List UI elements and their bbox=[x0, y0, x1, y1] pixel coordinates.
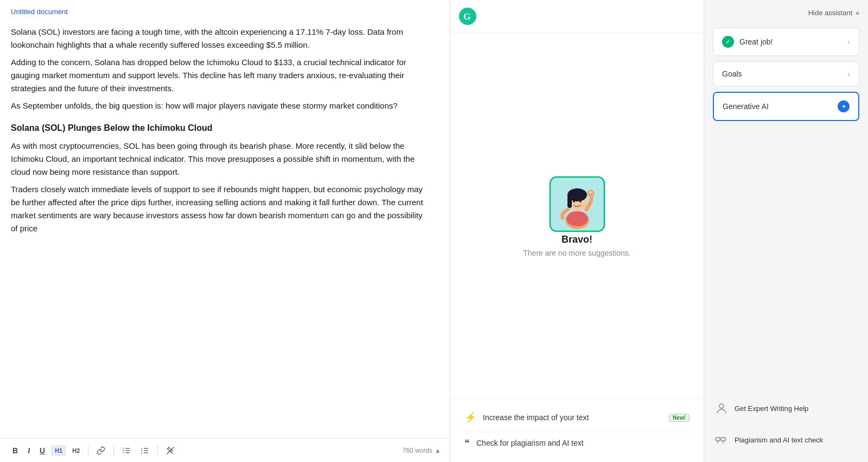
paragraph-4: As with most cryptocurrencies, SOL has b… bbox=[11, 140, 428, 179]
svg-text:G: G bbox=[463, 11, 471, 22]
toolbar-separator-1 bbox=[88, 445, 88, 456]
generative-ai-icon: ✦ bbox=[838, 100, 850, 112]
new-badge: New! bbox=[669, 414, 690, 422]
expert-writing-item[interactable]: Get Expert Writing Help bbox=[713, 396, 859, 422]
goals-chevron-icon: › bbox=[847, 69, 850, 78]
svg-point-24 bbox=[566, 211, 588, 226]
section-heading: Solana (SOL) Plunges Below the Ichimoku … bbox=[11, 121, 428, 135]
svg-point-22 bbox=[579, 200, 582, 202]
h1-button[interactable]: H1 bbox=[51, 445, 66, 456]
italic-button[interactable]: I bbox=[24, 444, 34, 457]
svg-rect-20 bbox=[567, 195, 572, 208]
quotemark-icon bbox=[715, 434, 728, 447]
toolbar-separator-3 bbox=[157, 445, 158, 456]
editor-toolbar: B I U H1 H2 1. 2. 3. bbox=[0, 438, 450, 462]
h2-button[interactable]: H2 bbox=[68, 445, 84, 456]
bold-button[interactable]: B bbox=[9, 444, 22, 457]
increase-impact-item[interactable]: ⚡ Increase the impact of your text New! bbox=[459, 405, 695, 431]
link-icon bbox=[97, 446, 105, 455]
clear-format-button[interactable] bbox=[162, 444, 178, 457]
hide-assistant-button[interactable]: Hide assistant » bbox=[713, 9, 859, 17]
svg-point-9 bbox=[142, 448, 143, 449]
hide-assistant-label: Hide assistant bbox=[808, 9, 853, 17]
svg-text:3.: 3. bbox=[123, 451, 125, 454]
svg-point-25 bbox=[719, 404, 724, 408]
quote-icon: ❝ bbox=[464, 437, 470, 449]
lightning-icon: ⚡ bbox=[464, 412, 476, 423]
grammarly-logo-icon: G bbox=[459, 8, 476, 25]
goals-label: Goals bbox=[722, 69, 742, 78]
assistant-item-generative-ai[interactable]: Generative AI ✦ bbox=[713, 92, 859, 121]
paragraph-3: As September unfolds, the big question i… bbox=[11, 99, 428, 112]
editor-panel: Untitled document Solana (SOL) investors… bbox=[0, 0, 450, 462]
word-count: 760 words ▲ bbox=[403, 447, 441, 454]
hide-assistant-chevron-icon: » bbox=[856, 9, 859, 17]
underline-button[interactable]: U bbox=[36, 444, 49, 457]
plagiarism-check-item[interactable]: Plagiarism and AI text check bbox=[713, 427, 859, 453]
assistant-bottom-section: Get Expert Writing Help Plagiarism and A… bbox=[713, 396, 859, 453]
generative-ai-label: Generative AI bbox=[723, 102, 769, 111]
svg-point-11 bbox=[142, 452, 143, 453]
link-button[interactable] bbox=[93, 444, 109, 457]
grammarly-header: G bbox=[450, 0, 704, 33]
bravo-title: Bravo! bbox=[561, 234, 592, 245]
unordered-list-button[interactable] bbox=[137, 444, 153, 457]
clear-format-icon bbox=[166, 446, 175, 455]
assistant-panel: Hide assistant » ✓ Great job! › Goals › … bbox=[704, 0, 868, 462]
increase-impact-text: Increase the impact of your text bbox=[483, 413, 662, 422]
great-job-label: Great job! bbox=[739, 37, 773, 46]
chevron-right-icon: › bbox=[847, 37, 850, 46]
paragraph-2: Adding to the concern, Solana has droppe… bbox=[11, 56, 428, 95]
editor-content[interactable]: Solana (SOL) investors are facing a toug… bbox=[0, 20, 450, 438]
bravo-subtitle: There are no more suggestions. bbox=[523, 249, 630, 257]
ordered-list-icon: 1. 2. 3. bbox=[122, 446, 131, 455]
document-title[interactable]: Untitled document bbox=[0, 0, 450, 20]
unordered-list-icon bbox=[141, 446, 149, 455]
paragraph-1: Solana (SOL) investors are facing a toug… bbox=[11, 26, 428, 52]
person-icon bbox=[715, 402, 728, 415]
plagiarism-ai-label: Plagiarism and AI text check bbox=[735, 435, 823, 445]
grammarly-suggestions-area: Bravo! There are no more suggestions. bbox=[450, 33, 704, 398]
expert-writing-label: Get Expert Writing Help bbox=[735, 404, 808, 414]
paragraph-5: Traders closely watch immediate levels o… bbox=[11, 183, 428, 235]
toolbar-separator-2 bbox=[113, 445, 114, 456]
assistant-item-goals[interactable]: Goals › bbox=[713, 61, 859, 86]
assistant-items-list: ✓ Great job! › Goals › Generative AI ✦ bbox=[713, 28, 859, 121]
bravo-illustration bbox=[547, 174, 607, 234]
plagiarism-item[interactable]: ❝ Check for plagiarism and AI text bbox=[459, 431, 695, 455]
check-circle-icon: ✓ bbox=[722, 36, 734, 48]
grammarly-footer: ⚡ Increase the impact of your text New! … bbox=[450, 398, 704, 462]
assistant-item-great-job[interactable]: ✓ Great job! › bbox=[713, 28, 859, 56]
ordered-list-button[interactable]: 1. 2. 3. bbox=[118, 444, 135, 457]
svg-point-10 bbox=[142, 450, 143, 451]
plagiarism-text: Check for plagiarism and AI text bbox=[476, 439, 690, 447]
svg-point-21 bbox=[573, 200, 575, 202]
grammarly-panel: G Bravo! T bbox=[450, 0, 704, 462]
